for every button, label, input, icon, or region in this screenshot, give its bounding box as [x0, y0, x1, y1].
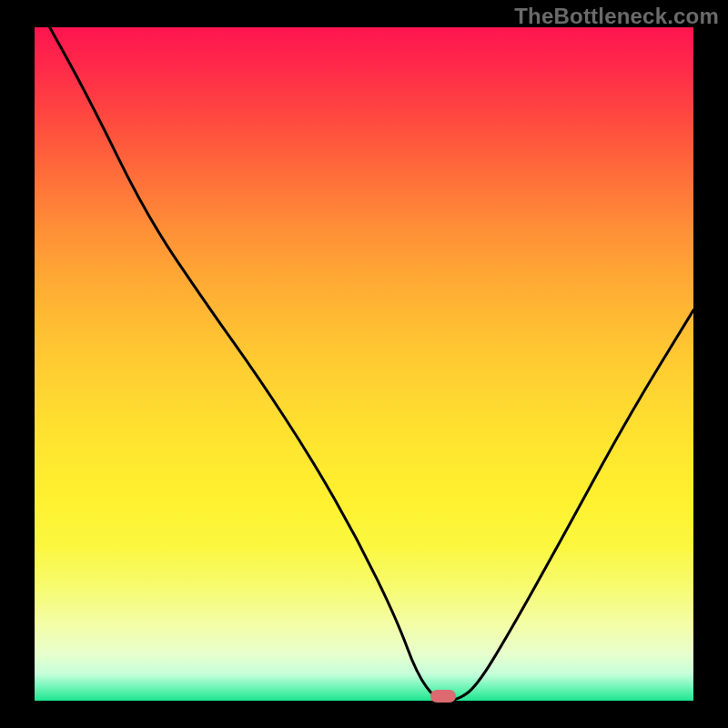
chart-container: TheBottleneck.com	[0, 0, 728, 728]
plot-area	[35, 27, 693, 701]
watermark-text: TheBottleneck.com	[514, 4, 719, 29]
curve-path	[35, 27, 693, 701]
optimal-point-marker	[430, 690, 456, 703]
bottleneck-curve	[35, 27, 693, 701]
